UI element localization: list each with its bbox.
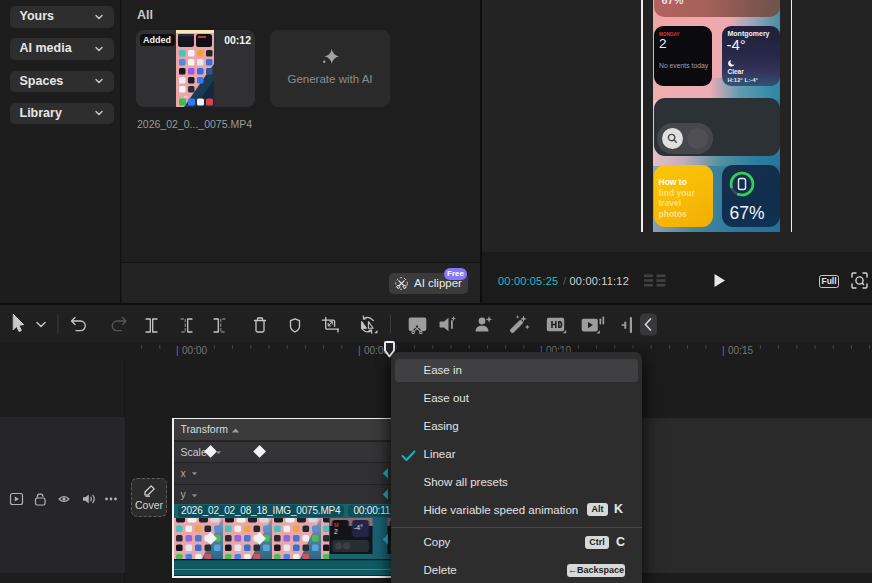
svg-text:|: | [722, 345, 725, 356]
svg-text:|: | [176, 345, 179, 356]
svg-text:00:15: 00:15 [728, 345, 753, 356]
svg-text:00:00: 00:00 [182, 345, 207, 356]
svg-text:|: | [358, 345, 361, 356]
